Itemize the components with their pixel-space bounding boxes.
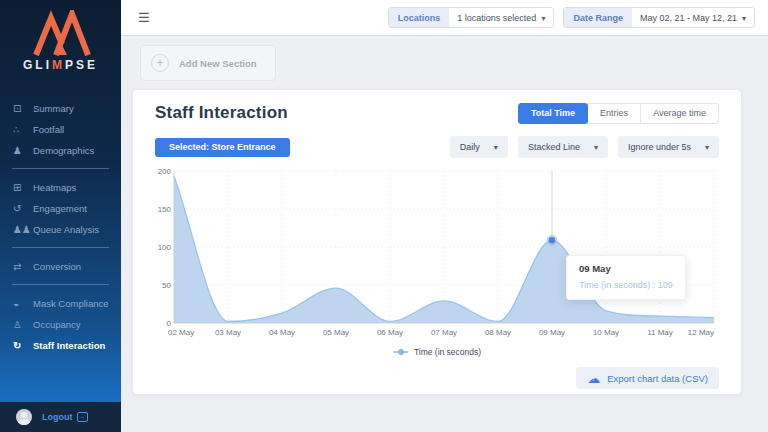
topbar-controls: Locations 1 locations selected Date Rang… <box>388 7 755 28</box>
logout-bar: Logout <box>0 402 121 432</box>
queue-analysis-icon: ♟♟ <box>13 224 33 235</box>
demographics-icon: ♟ <box>13 145 33 156</box>
sidebar-item-mask-compliance[interactable]: ◒Mask Compliance <box>0 293 121 314</box>
metric-tabs: Total Time Entries Average time <box>518 103 719 124</box>
chart-area[interactable]: 05010015020002 May03 May04 May05 May06 M… <box>155 164 719 344</box>
chart-filters: Daily Stacked Line Ignore under 5s <box>450 136 719 158</box>
engagement-icon: ↺ <box>13 203 33 214</box>
export-row: Export chart data (CSV) <box>155 367 719 389</box>
chart-legend: Time (in seconds) <box>155 346 719 358</box>
svg-text:03 May: 03 May <box>215 328 241 337</box>
sidebar: GLIMPSE ⊡Summary ∴Footfall ♟Demographics… <box>0 0 121 432</box>
brand-post: PSE <box>65 58 98 72</box>
chevron-down-icon <box>705 142 709 152</box>
chart-type-value: Stacked Line <box>528 142 580 152</box>
date-range-control: Date Range May 02, 21 - May 12, 21 <box>563 7 755 28</box>
threshold-select[interactable]: Ignore under 5s <box>618 136 719 158</box>
sidebar-item-staff-interaction[interactable]: ↻Staff Interaction <box>0 335 121 356</box>
cloud-download-icon <box>587 372 600 385</box>
sidebar-divider <box>12 284 109 285</box>
brand-logo: GLIMPSE <box>0 0 121 76</box>
summary-icon: ⊡ <box>13 103 33 114</box>
tab-entries[interactable]: Entries <box>587 103 641 124</box>
date-range-label: Date Range <box>564 8 632 27</box>
card-header: Staff Interaction Total Time Entries Ave… <box>155 100 719 126</box>
avatar[interactable] <box>16 409 32 425</box>
svg-text:0: 0 <box>167 319 172 328</box>
staff-interaction-icon: ↻ <box>13 340 33 351</box>
sidebar-item-conversion[interactable]: ⇄Conversion <box>0 256 121 277</box>
sidebar-item-label: Mask Compliance <box>33 298 109 309</box>
sidebar-item-engagement[interactable]: ↺Engagement <box>0 198 121 219</box>
sidebar-divider <box>12 168 109 169</box>
date-range-value: May 02, 21 - May 12, 21 <box>640 13 737 23</box>
add-new-section-button[interactable]: Add New Section <box>140 45 276 81</box>
svg-text:50: 50 <box>162 281 171 290</box>
sidebar-item-heatmaps[interactable]: ⊞Heatmaps <box>0 177 121 198</box>
sidebar-item-footfall[interactable]: ∴Footfall <box>0 119 121 140</box>
svg-text:10 May: 10 May <box>593 328 619 337</box>
svg-text:200: 200 <box>158 167 172 176</box>
sidebar-item-summary[interactable]: ⊡Summary <box>0 98 121 119</box>
svg-text:07 May: 07 May <box>431 328 457 337</box>
sidebar-nav: ⊡Summary ∴Footfall ♟Demographics ⊞Heatma… <box>0 98 121 402</box>
page-title: Staff Interaction <box>155 103 288 123</box>
conversion-icon: ⇄ <box>13 261 33 272</box>
selected-location-badge[interactable]: Selected: Store Entrance <box>155 138 290 157</box>
sidebar-item-label: Staff Interaction <box>33 340 105 351</box>
sidebar-item-demographics[interactable]: ♟Demographics <box>0 140 121 161</box>
hamburger-menu-icon[interactable]: ☰ <box>138 11 150 24</box>
threshold-value: Ignore under 5s <box>628 142 691 152</box>
sidebar-item-label: Demographics <box>33 145 94 156</box>
sidebar-item-label: Engagement <box>33 203 87 214</box>
svg-text:08 May: 08 May <box>485 328 511 337</box>
chevron-down-icon <box>742 13 746 23</box>
mask-compliance-icon: ◒ <box>13 298 33 309</box>
footfall-icon: ∴ <box>13 124 33 135</box>
svg-text:06 May: 06 May <box>377 328 403 337</box>
brand-mid: M <box>52 58 65 72</box>
locations-control: Locations 1 locations selected <box>388 7 555 28</box>
sidebar-divider <box>12 247 109 248</box>
locations-select[interactable]: 1 locations selected <box>449 8 553 27</box>
tab-average-time[interactable]: Average time <box>640 103 719 124</box>
locations-label: Locations <box>389 8 450 27</box>
export-label: Export chart data (CSV) <box>607 373 708 384</box>
logout-label: Logout <box>42 412 73 422</box>
occupancy-icon: ♙ <box>13 319 33 330</box>
chevron-down-icon <box>594 142 598 152</box>
sidebar-item-label: Heatmaps <box>33 182 76 193</box>
card-toolbar: Selected: Store Entrance Daily Stacked L… <box>155 136 719 158</box>
locations-value: 1 locations selected <box>457 13 536 23</box>
tab-total-time[interactable]: Total Time <box>518 103 588 124</box>
svg-text:11 May: 11 May <box>647 328 673 337</box>
interval-select[interactable]: Daily <box>450 136 508 158</box>
logout-button[interactable]: Logout <box>42 412 88 422</box>
chevron-down-icon <box>494 142 498 152</box>
area-chart[interactable]: 05010015020002 May03 May04 May05 May06 M… <box>155 164 719 340</box>
staff-interaction-card: Staff Interaction Total Time Entries Ave… <box>133 90 741 394</box>
sidebar-item-queue-analysis[interactable]: ♟♟Queue Analysis <box>0 219 121 240</box>
svg-text:04 May: 04 May <box>269 328 295 337</box>
svg-text:05 May: 05 May <box>323 328 349 337</box>
sidebar-item-label: Occupancy <box>33 319 81 330</box>
add-section-label: Add New Section <box>179 58 257 69</box>
export-csv-button[interactable]: Export chart data (CSV) <box>576 367 719 389</box>
plus-icon <box>151 54 169 72</box>
brand-wordmark: GLIMPSE <box>0 58 121 72</box>
svg-text:12 May: 12 May <box>688 328 714 337</box>
brand-pre: GLI <box>23 58 52 72</box>
sidebar-item-label: Queue Analysis <box>33 224 99 235</box>
topbar: ☰ Locations 1 locations selected Date Ra… <box>121 0 768 36</box>
chevron-down-icon <box>541 13 545 23</box>
glimpse-logo-icon <box>28 10 94 56</box>
sidebar-item-label: Conversion <box>33 261 81 272</box>
sidebar-item-occupancy[interactable]: ♙Occupancy <box>0 314 121 335</box>
main-content: Add New Section Staff Interaction Total … <box>121 37 768 432</box>
svg-text:02 May: 02 May <box>168 328 194 337</box>
sidebar-item-label: Footfall <box>33 124 64 135</box>
chart-type-select[interactable]: Stacked Line <box>518 136 608 158</box>
heatmaps-icon: ⊞ <box>13 182 33 193</box>
date-range-select[interactable]: May 02, 21 - May 12, 21 <box>632 8 754 27</box>
svg-text:09 May: 09 May <box>539 328 565 337</box>
